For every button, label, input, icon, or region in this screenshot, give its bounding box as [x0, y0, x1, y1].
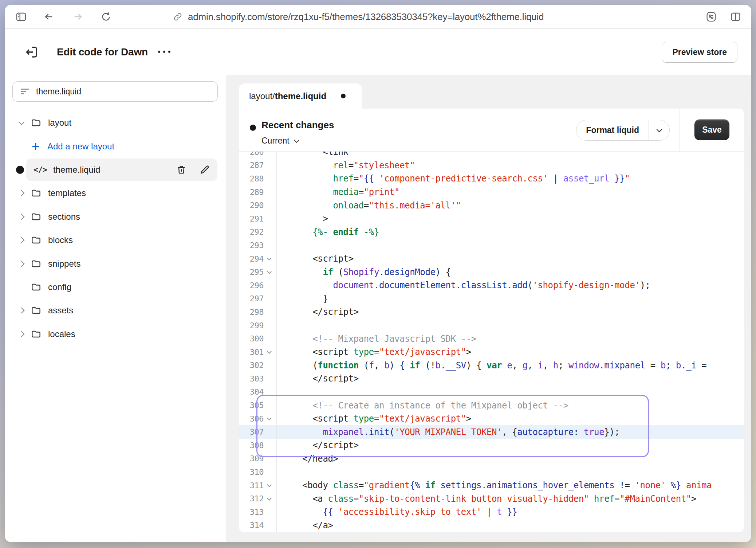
code-line-295[interactable]: 295 if (Shopify.designMode) { — [239, 265, 744, 279]
code-line-305[interactable]: 305 <!-- Create an instance of the Mixpa… — [239, 399, 744, 412]
line-number: 310 — [239, 467, 264, 477]
code-line-289[interactable]: 289 media="print" — [239, 185, 744, 199]
sidebar-item-sections[interactable]: sections — [5, 205, 226, 228]
line-number: 306 — [239, 414, 264, 423]
code-line-304[interactable]: 304 — [239, 385, 744, 399]
sidebar-item-theme-liquid[interactable]: </>theme.liquid — [5, 158, 226, 181]
code-line-302[interactable]: 302 (function (f, b) { if (!b.__SV) { va… — [239, 359, 744, 372]
code-line-text: if (Shopify.designMode) { — [277, 267, 451, 277]
code-line-text: > — [277, 214, 328, 224]
reload-icon[interactable] — [101, 11, 111, 22]
selected-file-row[interactable]: </>theme.liquid — [26, 158, 217, 181]
page-settings-icon[interactable] — [705, 11, 717, 23]
code-line-312[interactable]: 312 <a class="skip-to-content-link butto… — [239, 492, 744, 505]
code-line-298[interactable]: 298 </script> — [239, 305, 744, 319]
more-actions-button[interactable] — [158, 51, 170, 53]
forward-button-icon[interactable] — [72, 11, 84, 23]
fold-chevron-icon[interactable] — [267, 349, 272, 354]
code-line-text: <a class="skip-to-content-link button vi… — [277, 494, 696, 504]
sidebar-item-assets[interactable]: assets — [5, 299, 226, 322]
code-line-text: {%- endif -%} — [277, 227, 379, 237]
code-line-text: </script> — [277, 440, 359, 450]
code-line-287[interactable]: 287 rel="stylesheet" — [239, 159, 744, 172]
sidebar-item-blocks[interactable]: blocks — [5, 228, 226, 252]
preview-store-button[interactable]: Preview store — [662, 42, 737, 63]
code-line-294[interactable]: 294 <script> — [239, 252, 744, 266]
back-button-icon[interactable] — [43, 11, 55, 23]
editor-header: Recent changes Current Format liquid — [239, 109, 744, 152]
format-liquid-dropdown[interactable] — [649, 120, 669, 140]
sidebar-action-add-a-new-layout[interactable]: Add a new layout — [5, 134, 226, 158]
code-line-306[interactable]: 306 <script type="text/javascript"> — [239, 412, 744, 426]
sidebar-item-config[interactable]: config — [5, 275, 226, 299]
code-line-297[interactable]: 297 } — [239, 292, 744, 306]
code-line-299[interactable]: 299 — [239, 319, 744, 332]
version-dropdown[interactable]: Current — [261, 136, 299, 146]
sidebar-item-templates[interactable]: templates — [5, 181, 226, 205]
line-number: 294 — [239, 254, 264, 263]
code-line-286[interactable]: 286 <link — [239, 152, 744, 159]
save-zone: Save — [680, 109, 744, 151]
sidebar-item-snippets[interactable]: snippets — [5, 252, 226, 275]
file-label: theme.liquid — [53, 165, 100, 175]
address-bar[interactable]: admin.shopify.com/store/rzq1xu-f5/themes… — [173, 5, 544, 28]
code-line-292[interactable]: 292 {%- endif -%} — [239, 226, 744, 239]
line-number: 308 — [239, 441, 264, 450]
sidebar-toggle-icon[interactable] — [15, 11, 27, 23]
fold-chevron-icon[interactable] — [267, 482, 272, 487]
folder-label: assets — [48, 305, 73, 316]
line-number: 311 — [239, 481, 264, 490]
code-line-text: </script> — [277, 373, 359, 384]
editor-header-left: Recent changes Current Format liquid — [239, 109, 680, 151]
delete-file-icon[interactable] — [176, 164, 187, 175]
fold-chevron-icon[interactable] — [267, 269, 272, 274]
code-line-290[interactable]: 290 onload="this.media='all'" — [239, 199, 744, 212]
exit-editor-icon[interactable] — [24, 44, 39, 61]
fold-chevron-icon[interactable] — [267, 256, 272, 261]
code-line-307[interactable]: 307 mixpanel.init('YOUR_MIXPANEL_TOKEN',… — [239, 425, 744, 439]
folder-label: templates — [48, 188, 86, 198]
code-line-296[interactable]: 296 document.documentElement.classList.a… — [239, 279, 744, 292]
code-line-text: {{ 'accessibility.skip_to_text' | t }} — [277, 507, 517, 517]
split-view-icon[interactable] — [730, 11, 741, 23]
code-line-text: </a> — [277, 520, 333, 531]
code-line-300[interactable]: 300 <!-- Mixpanel Javascript SDK --> — [239, 332, 744, 345]
chevron-right-icon — [19, 214, 25, 220]
line-number: 302 — [239, 361, 264, 370]
format-liquid-button[interactable]: Format liquid — [576, 120, 670, 141]
page-title: Edit code for Dawn — [57, 46, 148, 58]
code-line-301[interactable]: 301 <script type="text/javascript"> — [239, 345, 744, 359]
code-line-text: mixpanel.init('YOUR_MIXPANEL_TOKEN', {au… — [277, 427, 619, 437]
code-line-313[interactable]: 313 {{ 'accessibility.skip_to_text' | t … — [239, 505, 744, 519]
line-number: 314 — [239, 521, 264, 530]
folder-label: snippets — [48, 259, 80, 269]
code-line-314[interactable]: 314 </a> — [239, 519, 744, 532]
code-line-text: } — [277, 294, 328, 304]
rename-file-icon[interactable] — [199, 164, 210, 175]
filter-icon — [19, 86, 30, 97]
code-line-311[interactable]: 311 <body class="gradient{% if settings.… — [239, 479, 744, 492]
code-line-309[interactable]: 309 </head> — [239, 452, 744, 466]
sidebar-item-layout[interactable]: layout — [5, 111, 226, 134]
code-editor[interactable]: 286 <link287 rel="stylesheet"288 href="{… — [239, 152, 744, 532]
fold-chevron-icon[interactable] — [267, 496, 272, 501]
line-number: 305 — [239, 401, 264, 410]
fold-chevron-icon[interactable] — [267, 416, 272, 420]
folder-label: config — [48, 282, 71, 292]
sidebar-item-locales[interactable]: locales — [5, 322, 226, 346]
save-button[interactable]: Save — [694, 120, 729, 140]
tab-theme-liquid[interactable]: layout/theme.liquid — [239, 83, 362, 109]
code-line-310[interactable]: 310 — [239, 465, 744, 479]
code-line-288[interactable]: 288 href="{{ 'component-predictive-searc… — [239, 172, 744, 185]
unsaved-dot — [341, 94, 346, 98]
code-line-293[interactable]: 293 — [239, 239, 744, 252]
folder-icon — [31, 305, 42, 316]
code-line-308[interactable]: 308 </script> — [239, 439, 744, 452]
code-file-icon: </> — [34, 165, 47, 174]
file-search-input[interactable]: theme.liquid — [12, 81, 218, 102]
chevron-down-icon — [19, 119, 25, 125]
format-liquid-label: Format liquid — [576, 120, 649, 140]
code-line-291[interactable]: 291 > — [239, 212, 744, 226]
editor-main: layout/theme.liquid Recent changes Curre… — [226, 75, 751, 542]
code-line-303[interactable]: 303 </script> — [239, 372, 744, 385]
